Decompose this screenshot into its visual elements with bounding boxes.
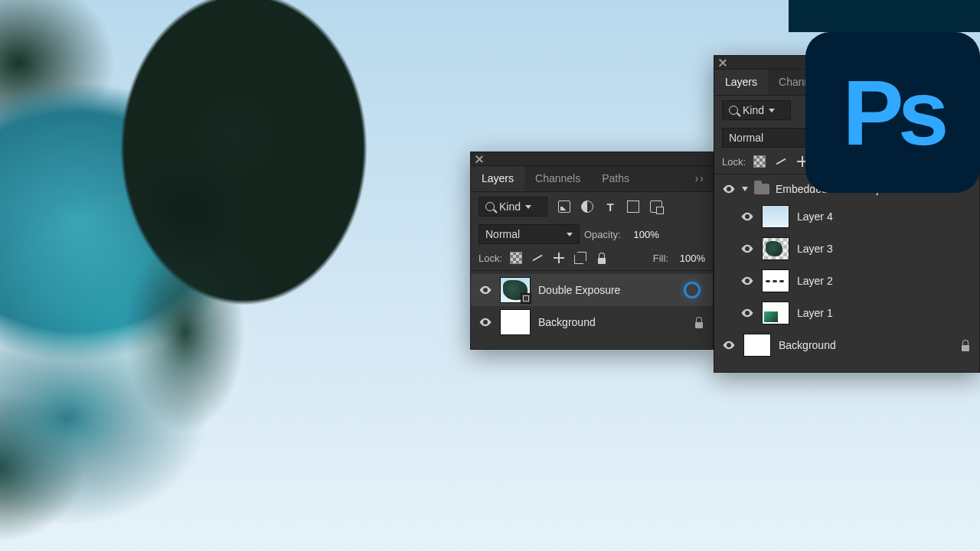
pixel-filter-icon[interactable] <box>558 201 570 213</box>
highlight-ring-icon <box>684 282 701 298</box>
eye-icon <box>740 274 754 288</box>
visibility-toggle[interactable] <box>722 182 736 196</box>
photoshop-logo-badge: Ps <box>789 0 980 191</box>
speech-bubble-icon <box>789 0 980 32</box>
fill-value[interactable]: 100% <box>671 253 705 264</box>
panel-tabs: Layers Channels Paths ›› <box>471 166 713 192</box>
folder-icon <box>754 184 769 194</box>
svg-point-1 <box>485 321 487 324</box>
fill-label: Fill: <box>653 253 668 264</box>
layer-thumbnail[interactable] <box>743 334 771 357</box>
panel-titlebar[interactable] <box>471 152 713 166</box>
svg-point-4 <box>746 248 749 250</box>
lock-artboard-icon[interactable] <box>574 252 586 264</box>
layer-row[interactable]: Layer 3 <box>714 233 979 265</box>
blend-opacity-row: Normal Opacity: 100% <box>471 221 713 249</box>
layer-name[interactable]: Layer 2 <box>797 275 833 287</box>
lock-row: Lock: Fill: 100% <box>471 249 713 271</box>
type-filter-icon[interactable] <box>604 201 616 213</box>
filter-type-icons <box>558 201 662 213</box>
opacity-label: Opacity: <box>584 229 621 240</box>
lock-position-icon[interactable] <box>553 252 565 264</box>
eye-icon <box>722 338 736 352</box>
visibility-toggle[interactable] <box>740 210 754 223</box>
lock-label: Lock: <box>479 253 502 264</box>
photoshop-icon: Ps <box>805 32 980 193</box>
close-icon[interactable] <box>717 57 728 68</box>
tab-layers[interactable]: Layers <box>714 70 768 95</box>
eye-icon <box>740 306 754 320</box>
chevron-down-icon <box>769 109 775 112</box>
visibility-toggle[interactable] <box>740 274 754 288</box>
layer-row[interactable]: Layer 4 <box>714 201 979 233</box>
svg-point-7 <box>728 344 730 347</box>
lock-pixels-icon[interactable] <box>775 155 787 168</box>
layer-thumbnail[interactable] <box>762 269 789 292</box>
layer-thumbnail[interactable] <box>500 277 531 303</box>
lock-icons <box>510 252 608 264</box>
visibility-toggle[interactable] <box>740 306 754 320</box>
blend-mode-value: Normal <box>485 228 520 240</box>
svg-point-2 <box>728 188 730 191</box>
layer-row[interactable]: Layer 2 <box>714 265 979 297</box>
visibility-toggle[interactable] <box>722 338 736 352</box>
tab-layers[interactable]: Layers <box>471 166 524 191</box>
smartobject-filter-icon[interactable] <box>650 201 662 213</box>
blend-mode-value: Normal <box>729 132 763 144</box>
panel-menu-icon[interactable]: ›› <box>688 166 713 191</box>
search-icon <box>729 106 738 115</box>
filter-label: Kind <box>743 104 764 116</box>
eye-icon <box>740 210 754 223</box>
layer-filter-select[interactable]: Kind <box>479 197 547 217</box>
close-icon[interactable] <box>474 154 485 165</box>
layer-name[interactable]: Double Exposure <box>538 284 620 296</box>
visibility-toggle[interactable] <box>740 242 754 256</box>
photoshop-logo-text: Ps <box>843 60 943 165</box>
layer-name[interactable]: Background <box>538 316 596 328</box>
layer-thumbnail[interactable] <box>762 302 789 324</box>
search-icon <box>485 202 495 211</box>
lock-all-icon[interactable] <box>596 252 608 264</box>
layer-name[interactable]: Background <box>779 339 836 351</box>
layer-name[interactable]: Layer 1 <box>797 307 833 319</box>
filter-row: Kind <box>471 192 713 221</box>
layer-row[interactable]: Double Exposure <box>471 274 713 306</box>
blend-mode-select[interactable]: Normal <box>479 224 580 244</box>
expand-toggle-icon[interactable] <box>742 187 748 191</box>
eye-icon <box>740 242 754 256</box>
opacity-value[interactable]: 100% <box>626 229 659 240</box>
layer-row[interactable]: Background <box>471 306 713 338</box>
filter-label: Kind <box>499 201 521 213</box>
lock-icon[interactable] <box>959 339 972 351</box>
layer-name[interactable]: Layer 4 <box>797 210 833 223</box>
eye-icon <box>479 283 492 297</box>
layer-thumbnail[interactable] <box>762 237 789 260</box>
svg-point-5 <box>746 280 749 282</box>
visibility-toggle[interactable] <box>479 315 492 329</box>
tab-channels[interactable]: Channels <box>524 166 591 191</box>
chevron-down-icon <box>525 205 531 209</box>
eye-icon <box>722 182 736 196</box>
layer-list: Embedded Smart Object Layer 4 Layer 3 La… <box>714 174 979 372</box>
shape-filter-icon[interactable] <box>627 201 639 213</box>
layers-panel-main: Layers Channels Paths ›› Kind Normal Opa… <box>470 152 714 350</box>
layer-name[interactable]: Layer 3 <box>797 243 833 255</box>
adjustment-filter-icon[interactable] <box>581 201 593 213</box>
svg-point-6 <box>746 312 749 315</box>
tab-paths[interactable]: Paths <box>591 166 640 191</box>
layer-row[interactable]: Layer 1 <box>714 297 979 329</box>
chevron-down-icon <box>567 233 573 236</box>
double-exposure-artwork <box>0 0 475 551</box>
lock-pixels-icon[interactable] <box>531 252 544 264</box>
eye-icon <box>479 315 492 329</box>
lock-label: Lock: <box>722 156 746 168</box>
lock-transparency-icon[interactable] <box>753 155 766 168</box>
lock-icon[interactable] <box>693 316 705 328</box>
layer-thumbnail[interactable] <box>762 205 789 228</box>
layer-filter-select[interactable]: Kind <box>722 100 791 120</box>
artwork-texture <box>0 0 475 551</box>
layer-thumbnail[interactable] <box>500 309 531 335</box>
layer-row[interactable]: Background <box>714 329 979 361</box>
lock-transparency-icon[interactable] <box>510 252 522 264</box>
visibility-toggle[interactable] <box>479 283 492 297</box>
